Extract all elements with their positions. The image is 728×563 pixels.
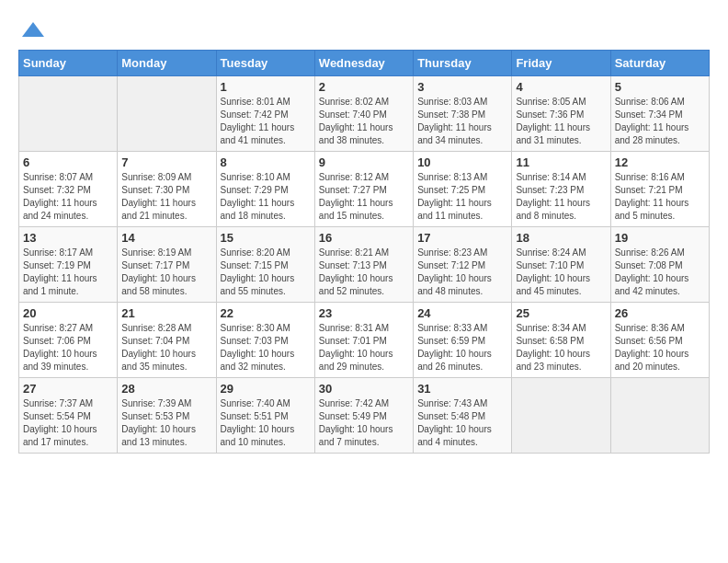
day-info: Sunrise: 7:42 AMSunset: 5:49 PMDaylight:… — [319, 397, 409, 449]
day-number: 30 — [319, 382, 409, 396]
day-info: Sunrise: 8:17 AMSunset: 7:19 PMDaylight:… — [23, 247, 113, 298]
calendar-cell: 13Sunrise: 8:17 AMSunset: 7:19 PMDayligh… — [19, 227, 118, 303]
column-header-sunday: Sunday — [19, 51, 118, 76]
day-number: 11 — [516, 155, 606, 169]
calendar-cell: 27Sunrise: 7:37 AMSunset: 5:54 PMDayligh… — [19, 378, 118, 454]
calendar-cell — [610, 378, 709, 454]
day-info: Sunrise: 8:03 AMSunset: 7:38 PMDaylight:… — [417, 96, 507, 147]
day-info: Sunrise: 8:30 AMSunset: 7:03 PMDaylight:… — [221, 322, 311, 373]
calendar-cell: 16Sunrise: 8:21 AMSunset: 7:13 PMDayligh… — [314, 227, 413, 303]
calendar-cell: 19Sunrise: 8:26 AMSunset: 7:08 PMDayligh… — [610, 227, 709, 303]
calendar-week-1: 1Sunrise: 8:01 AMSunset: 7:42 PMDaylight… — [19, 76, 710, 152]
day-number: 10 — [417, 155, 507, 169]
day-info: Sunrise: 8:05 AMSunset: 7:36 PMDaylight:… — [516, 96, 606, 147]
calendar-cell: 7Sunrise: 8:09 AMSunset: 7:30 PMDaylight… — [118, 152, 216, 227]
day-info: Sunrise: 8:28 AMSunset: 7:04 PMDaylight:… — [121, 322, 211, 373]
day-number: 27 — [23, 382, 113, 396]
calendar-cell — [512, 378, 610, 454]
logo-icon — [20, 20, 46, 40]
day-number: 5 — [615, 80, 705, 94]
day-number: 13 — [23, 231, 113, 245]
day-number: 9 — [319, 155, 409, 169]
day-number: 31 — [417, 382, 507, 396]
day-info: Sunrise: 8:36 AMSunset: 6:56 PMDaylight:… — [615, 322, 705, 373]
day-number: 1 — [221, 80, 311, 94]
calendar-week-2: 6Sunrise: 8:07 AMSunset: 7:32 PMDaylight… — [19, 152, 710, 227]
calendar-cell: 29Sunrise: 7:40 AMSunset: 5:51 PMDayligh… — [216, 378, 314, 454]
calendar-cell: 6Sunrise: 8:07 AMSunset: 7:32 PMDaylight… — [19, 152, 118, 227]
calendar-cell: 3Sunrise: 8:03 AMSunset: 7:38 PMDaylight… — [414, 76, 512, 152]
day-info: Sunrise: 8:26 AMSunset: 7:08 PMDaylight:… — [615, 247, 705, 298]
day-info: Sunrise: 8:07 AMSunset: 7:32 PMDaylight:… — [23, 171, 113, 223]
day-info: Sunrise: 8:01 AMSunset: 7:42 PMDaylight:… — [221, 96, 311, 147]
day-number: 18 — [516, 231, 606, 245]
day-number: 20 — [23, 306, 113, 320]
day-number: 4 — [516, 80, 606, 94]
calendar-cell: 2Sunrise: 8:02 AMSunset: 7:40 PMDaylight… — [314, 76, 413, 152]
calendar-cell: 28Sunrise: 7:39 AMSunset: 5:53 PMDayligh… — [118, 378, 216, 454]
day-number: 16 — [319, 231, 409, 245]
calendar-cell: 30Sunrise: 7:42 AMSunset: 5:49 PMDayligh… — [314, 378, 413, 454]
calendar-header-row: SundayMondayTuesdayWednesdayThursdayFrid… — [19, 51, 710, 76]
day-info: Sunrise: 8:12 AMSunset: 7:27 PMDaylight:… — [319, 171, 409, 223]
day-info: Sunrise: 8:09 AMSunset: 7:30 PMDaylight:… — [121, 171, 211, 223]
calendar-cell: 11Sunrise: 8:14 AMSunset: 7:23 PMDayligh… — [512, 152, 610, 227]
svg-marker-0 — [22, 22, 44, 37]
day-info: Sunrise: 8:19 AMSunset: 7:17 PMDaylight:… — [121, 247, 211, 298]
column-header-saturday: Saturday — [610, 51, 709, 76]
calendar-cell: 31Sunrise: 7:43 AMSunset: 5:48 PMDayligh… — [414, 378, 512, 454]
calendar-week-4: 20Sunrise: 8:27 AMSunset: 7:06 PMDayligh… — [19, 303, 710, 378]
calendar-cell: 10Sunrise: 8:13 AMSunset: 7:25 PMDayligh… — [414, 152, 512, 227]
calendar-cell: 8Sunrise: 8:10 AMSunset: 7:29 PMDaylight… — [216, 152, 314, 227]
calendar-cell: 26Sunrise: 8:36 AMSunset: 6:56 PMDayligh… — [610, 303, 709, 378]
day-info: Sunrise: 7:39 AMSunset: 5:53 PMDaylight:… — [121, 397, 211, 449]
day-number: 28 — [121, 382, 211, 396]
calendar-cell: 25Sunrise: 8:34 AMSunset: 6:58 PMDayligh… — [512, 303, 610, 378]
day-info: Sunrise: 7:37 AMSunset: 5:54 PMDaylight:… — [23, 397, 113, 449]
calendar-cell: 14Sunrise: 8:19 AMSunset: 7:17 PMDayligh… — [118, 227, 216, 303]
calendar-cell: 12Sunrise: 8:16 AMSunset: 7:21 PMDayligh… — [610, 152, 709, 227]
calendar-table: SundayMondayTuesdayWednesdayThursdayFrid… — [18, 50, 710, 454]
calendar-cell: 5Sunrise: 8:06 AMSunset: 7:34 PMDaylight… — [610, 76, 709, 152]
calendar-cell: 21Sunrise: 8:28 AMSunset: 7:04 PMDayligh… — [118, 303, 216, 378]
day-info: Sunrise: 8:34 AMSunset: 6:58 PMDaylight:… — [516, 322, 606, 373]
page-header — [18, 18, 710, 40]
calendar-cell: 15Sunrise: 8:20 AMSunset: 7:15 PMDayligh… — [216, 227, 314, 303]
column-header-monday: Monday — [118, 51, 216, 76]
day-info: Sunrise: 8:02 AMSunset: 7:40 PMDaylight:… — [319, 96, 409, 147]
calendar-cell: 22Sunrise: 8:30 AMSunset: 7:03 PMDayligh… — [216, 303, 314, 378]
day-number: 29 — [221, 382, 311, 396]
calendar-cell: 4Sunrise: 8:05 AMSunset: 7:36 PMDaylight… — [512, 76, 610, 152]
calendar-cell: 18Sunrise: 8:24 AMSunset: 7:10 PMDayligh… — [512, 227, 610, 303]
day-info: Sunrise: 8:10 AMSunset: 7:29 PMDaylight:… — [221, 171, 311, 223]
day-number: 25 — [516, 306, 606, 320]
calendar-cell — [118, 76, 216, 152]
day-number: 19 — [615, 231, 705, 245]
day-number: 12 — [615, 155, 705, 169]
day-info: Sunrise: 8:23 AMSunset: 7:12 PMDaylight:… — [417, 247, 507, 298]
day-number: 21 — [121, 306, 211, 320]
calendar-cell: 20Sunrise: 8:27 AMSunset: 7:06 PMDayligh… — [19, 303, 118, 378]
column-header-thursday: Thursday — [414, 51, 512, 76]
day-info: Sunrise: 8:06 AMSunset: 7:34 PMDaylight:… — [615, 96, 705, 147]
day-info: Sunrise: 8:21 AMSunset: 7:13 PMDaylight:… — [319, 247, 409, 298]
day-number: 23 — [319, 306, 409, 320]
column-header-tuesday: Tuesday — [216, 51, 314, 76]
calendar-cell: 1Sunrise: 8:01 AMSunset: 7:42 PMDaylight… — [216, 76, 314, 152]
day-info: Sunrise: 8:24 AMSunset: 7:10 PMDaylight:… — [516, 247, 606, 298]
calendar-cell: 24Sunrise: 8:33 AMSunset: 6:59 PMDayligh… — [414, 303, 512, 378]
calendar-cell: 9Sunrise: 8:12 AMSunset: 7:27 PMDaylight… — [314, 152, 413, 227]
day-number: 7 — [121, 155, 211, 169]
day-info: Sunrise: 8:27 AMSunset: 7:06 PMDaylight:… — [23, 322, 113, 373]
day-info: Sunrise: 8:20 AMSunset: 7:15 PMDaylight:… — [221, 247, 311, 298]
day-number: 26 — [615, 306, 705, 320]
day-info: Sunrise: 8:31 AMSunset: 7:01 PMDaylight:… — [319, 322, 409, 373]
day-info: Sunrise: 8:14 AMSunset: 7:23 PMDaylight:… — [516, 171, 606, 223]
calendar-week-3: 13Sunrise: 8:17 AMSunset: 7:19 PMDayligh… — [19, 227, 710, 303]
day-info: Sunrise: 7:40 AMSunset: 5:51 PMDaylight:… — [221, 397, 311, 449]
day-number: 24 — [417, 306, 507, 320]
day-number: 22 — [221, 306, 311, 320]
logo — [18, 18, 46, 40]
day-number: 17 — [417, 231, 507, 245]
calendar-week-5: 27Sunrise: 7:37 AMSunset: 5:54 PMDayligh… — [19, 378, 710, 454]
